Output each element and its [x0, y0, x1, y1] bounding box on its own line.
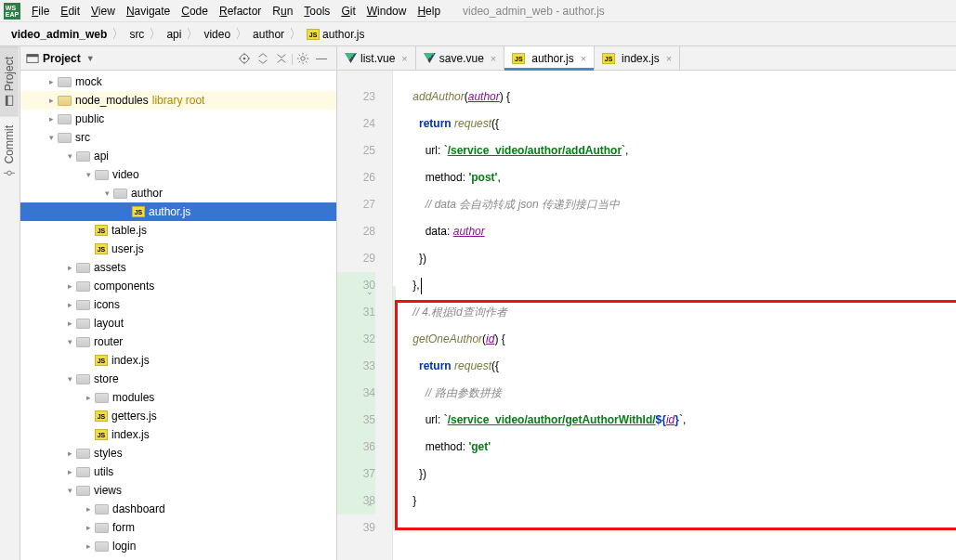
tree-file[interactable]: JSindex.js — [20, 425, 336, 444]
js-icon: JS — [95, 243, 108, 254]
js-icon: JS — [95, 410, 108, 422]
hide-icon[interactable]: — — [312, 49, 331, 68]
js-icon: JS — [132, 206, 145, 217]
commit-icon — [4, 168, 15, 179]
close-icon[interactable]: × — [666, 53, 672, 64]
tree-folder[interactable]: ▾router — [20, 332, 336, 351]
tree-file[interactable]: JStable.js — [20, 221, 336, 240]
svg-point-13 — [301, 56, 305, 59]
js-icon: JS — [95, 225, 108, 236]
menu-git[interactable]: Git — [335, 5, 360, 18]
tree-folder[interactable]: ▾api — [20, 147, 336, 165]
menu-refactor[interactable]: Refactor — [214, 5, 267, 18]
tab-author-js[interactable]: JSauthor.js× — [504, 46, 595, 70]
tab-list-vue[interactable]: list.vue× — [337, 46, 416, 70]
editor-tabs: list.vue× save.vue× JSauthor.js× JSindex… — [337, 46, 956, 71]
tree-file[interactable]: JSuser.js — [20, 240, 336, 258]
tree-folder[interactable]: ▸layout — [20, 314, 336, 332]
gear-icon[interactable] — [294, 49, 312, 68]
breadcrumb: video_admin_web〉 src〉 api〉 video〉 author… — [0, 22, 956, 46]
vue-icon — [424, 53, 436, 63]
js-icon: JS — [95, 429, 108, 440]
tree-folder[interactable]: ▸assets — [20, 258, 336, 277]
tree-folder[interactable]: ▸modules — [20, 388, 336, 407]
crumb-file[interactable]: JSauthor.js — [303, 28, 368, 41]
js-icon: JS — [95, 355, 108, 366]
menu-file[interactable]: File — [26, 5, 55, 18]
svg-rect-1 — [6, 96, 7, 106]
menu-tools[interactable]: Tools — [298, 5, 335, 18]
rail-commit[interactable]: Commit — [0, 115, 19, 188]
tab-save-vue[interactable]: save.vue× — [416, 46, 504, 70]
svg-rect-6 — [27, 54, 38, 57]
crumb-src[interactable]: src — [125, 28, 148, 41]
tree-folder[interactable]: ▸utils — [20, 462, 336, 481]
menu-window[interactable]: Window — [361, 5, 413, 18]
close-icon[interactable]: × — [581, 53, 586, 64]
expand-all-icon[interactable] — [254, 49, 272, 68]
svg-point-8 — [243, 57, 246, 59]
ide-logo: WSEAP — [4, 3, 20, 20]
rail-project[interactable]: Project — [0, 46, 19, 115]
code-editor[interactable]: 23242526272829 30⌄ 3132333435363738⌃ 39 … — [337, 71, 956, 560]
tree-folder[interactable]: ▾views — [20, 481, 336, 500]
js-icon: JS — [512, 53, 525, 64]
svg-point-2 — [7, 171, 12, 176]
window-title: video_admin_web - author.js — [463, 5, 605, 18]
menu-view[interactable]: View — [85, 5, 121, 18]
menu-edit[interactable]: Edit — [55, 5, 85, 18]
tree-file-selected[interactable]: JSauthor.js — [20, 202, 336, 221]
locate-icon[interactable] — [235, 49, 254, 68]
close-icon[interactable]: × — [491, 53, 496, 64]
tree-folder[interactable]: ▸icons — [20, 295, 336, 314]
tab-index-js[interactable]: JSindex.js× — [595, 46, 680, 70]
menu-bar: WSEAP File Edit View Navigate Code Refac… — [0, 0, 956, 22]
tree-folder[interactable]: ▸node_moduleslibrary root — [20, 91, 336, 110]
fold-icon[interactable]: ⌄ — [365, 279, 373, 287]
project-header: Project▼ | — — [20, 46, 336, 71]
gutter[interactable]: 23242526272829 30⌄ 3132333435363738⌃ 39 — [337, 71, 393, 560]
tree-folder[interactable]: ▾author — [20, 184, 336, 202]
tree-folder[interactable]: ▸components — [20, 277, 336, 295]
collapse-all-icon[interactable] — [272, 49, 291, 68]
tree-file[interactable]: JSindex.js — [20, 351, 336, 370]
project-icon — [4, 95, 15, 106]
crumb-author[interactable]: author — [249, 28, 288, 41]
tree-folder[interactable]: ▾src — [20, 128, 336, 147]
project-tree[interactable]: ▸mock ▸node_moduleslibrary root ▸public … — [20, 71, 336, 560]
tree-folder[interactable]: ▸styles — [20, 444, 336, 462]
js-icon: JS — [307, 29, 320, 40]
menu-code[interactable]: Code — [176, 5, 214, 18]
tree-folder[interactable]: ▸dashboard — [20, 500, 336, 518]
tree-folder[interactable]: ▸form — [20, 518, 336, 537]
close-icon[interactable]: × — [401, 53, 407, 64]
tool-rail: Project Commit — [0, 46, 20, 560]
tree-folder[interactable]: ▸login — [20, 537, 336, 555]
menu-help[interactable]: Help — [412, 5, 446, 18]
crumb-video[interactable]: video — [200, 28, 234, 41]
menu-navigate[interactable]: Navigate — [121, 5, 176, 18]
tree-folder[interactable]: ▸mock — [20, 72, 336, 91]
crumb-api[interactable]: api — [163, 28, 185, 41]
tree-folder[interactable]: ▾video — [20, 165, 336, 184]
fold-icon[interactable]: ⌃ — [365, 494, 373, 502]
crumb-project[interactable]: video_admin_web — [7, 28, 111, 41]
code-text[interactable]: addAuthor(author) { return request({ url… — [393, 71, 956, 560]
vue-icon — [345, 53, 357, 63]
project-panel: Project▼ | — ▸mock ▸node_moduleslibrary … — [20, 46, 337, 560]
project-icon — [26, 52, 39, 65]
tree-folder[interactable]: ▸public — [20, 110, 336, 128]
editor-area: list.vue× save.vue× JSauthor.js× JSindex… — [337, 46, 956, 560]
project-header-label[interactable]: Project▼ — [26, 52, 95, 65]
menu-run[interactable]: Run — [267, 5, 298, 18]
tree-file[interactable]: JSgetters.js — [20, 407, 336, 425]
tree-folder[interactable]: ▾store — [20, 370, 336, 388]
js-icon: JS — [602, 53, 615, 64]
